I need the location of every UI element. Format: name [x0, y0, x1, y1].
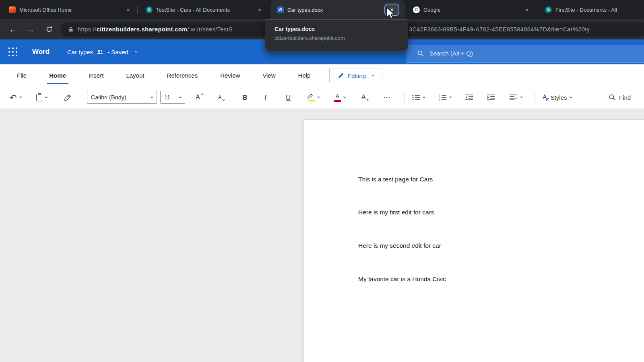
alignment-button[interactable] — [510, 86, 522, 109]
ellipsis-icon: ⋯ — [383, 94, 391, 101]
tab-testsite-cars[interactable]: S TestSite - Cars - All Documents × — [139, 0, 268, 19]
editing-mode-button[interactable]: Editing — [329, 68, 382, 83]
tab-office-home[interactable]: Microsoft Office Home × — [2, 0, 137, 19]
document-page[interactable]: This is a test page for Cars Here is my … — [304, 119, 644, 362]
styles-button[interactable]: A Styles — [543, 86, 572, 109]
menu-view[interactable]: View — [251, 64, 287, 86]
align-text-icon — [510, 94, 518, 101]
paragraph: This is a test page for Cars — [358, 176, 433, 183]
highlight-button[interactable] — [308, 86, 320, 109]
undo-button[interactable]: ↶ — [10, 86, 22, 109]
sharepoint-icon: S — [545, 6, 552, 13]
grow-font-icon: A — [196, 94, 200, 101]
menu-help[interactable]: Help — [287, 64, 322, 86]
tab-hover-card: Car types.docx citizenbuilders.sharepoin… — [265, 19, 408, 51]
increase-indent-button[interactable] — [487, 86, 495, 109]
app-launcher-icon[interactable] — [7, 46, 19, 58]
browser-window: Microsoft Office Home × S TestSite - Car… — [0, 0, 644, 362]
editing-label: Editing — [347, 72, 366, 79]
font-color-letter: A — [336, 93, 339, 99]
menu-review[interactable]: Review — [209, 64, 251, 86]
menu-references[interactable]: References — [155, 64, 209, 86]
tab-title: Google — [423, 7, 519, 13]
document-title-group: Car types - Saved — [67, 49, 137, 56]
reload-icon — [45, 26, 53, 33]
word-letter: W — [279, 8, 282, 12]
word-icon: W — [277, 6, 284, 13]
numbering-button[interactable]: 123 — [439, 86, 452, 109]
chevron-down-icon — [222, 98, 225, 101]
italic-button[interactable]: I — [264, 86, 266, 109]
find-button[interactable]: Find — [609, 86, 631, 109]
ribbon-menu-bar: File Home Insert Layout References Revie… — [0, 64, 644, 86]
chevron-down-icon[interactable] — [343, 95, 346, 98]
font-color-button[interactable]: A — [334, 86, 346, 109]
menu-layout[interactable]: Layout — [115, 64, 155, 86]
url-path: /:w:/r/sites/TestS — [187, 26, 233, 33]
decrease-indent-button[interactable] — [465, 86, 473, 109]
styles-icon: A — [543, 94, 547, 101]
tab-close-icon[interactable]: × — [255, 5, 264, 14]
chevron-up-icon — [201, 93, 204, 96]
tab-close-icon[interactable]: × — [522, 5, 531, 14]
search-input[interactable] — [429, 50, 599, 57]
more-font-options-button[interactable]: ⋯ — [383, 86, 391, 109]
undo-icon: ↶ — [10, 93, 17, 102]
font-size-select[interactable]: 11 — [160, 91, 185, 104]
paragraph: Here is my first edit for cars — [358, 209, 434, 216]
numbered-list-icon: 123 — [439, 94, 447, 101]
google-icon: G — [413, 6, 420, 13]
format-painter-icon — [64, 94, 71, 101]
url-domain: citizenbuilders.sharepoint.com — [97, 26, 188, 33]
tab-firstsite-documents[interactable]: S FirstSite - Documents - All — [539, 0, 644, 19]
sharepoint-letter: S — [547, 8, 550, 12]
tab-car-types-docx[interactable]: W Car types.docx × — [270, 0, 405, 19]
chevron-down-icon — [179, 95, 182, 98]
forward-button[interactable]: → — [23, 22, 38, 37]
bold-button[interactable]: B — [242, 86, 247, 109]
chevron-down-icon[interactable] — [520, 95, 523, 98]
document-title[interactable]: Car types — [67, 49, 93, 56]
lock-icon — [68, 27, 73, 32]
increase-indent-icon — [487, 94, 495, 101]
chevron-down-icon[interactable] — [19, 95, 22, 98]
close-icon: × — [390, 6, 394, 14]
grow-font-button[interactable]: A — [196, 86, 203, 109]
clear-formatting-x: x — [367, 97, 369, 102]
back-button[interactable]: ← — [6, 22, 20, 37]
browser-tab-bar: Microsoft Office Home × S TestSite - Car… — [0, 0, 644, 19]
menu-insert[interactable]: Insert — [77, 64, 115, 86]
chevron-down-icon[interactable] — [449, 95, 452, 98]
shrink-font-icon: A — [218, 95, 221, 100]
font-size-value: 11 — [164, 94, 176, 101]
chevron-down-icon[interactable] — [317, 95, 320, 98]
clear-formatting-button[interactable]: A x — [361, 86, 369, 109]
tab-close-button[interactable]: × — [384, 4, 399, 16]
paste-button[interactable] — [36, 86, 47, 109]
chevron-down-icon[interactable] — [423, 95, 425, 98]
chevron-down-icon[interactable] — [135, 49, 138, 52]
underline-button[interactable]: U — [286, 86, 291, 109]
reload-button[interactable] — [42, 22, 56, 37]
format-painter-button[interactable] — [64, 86, 71, 109]
bullet-list-icon — [412, 94, 420, 101]
font-color-icon: A — [334, 93, 341, 102]
chevron-down-icon[interactable] — [569, 95, 572, 98]
tab-title: Car types.docx — [287, 7, 397, 13]
menu-home[interactable]: Home — [38, 64, 77, 86]
search-box[interactable] — [407, 45, 644, 63]
word-app-name[interactable]: Word — [32, 48, 50, 56]
tab-close-icon[interactable]: × — [124, 5, 133, 14]
text-caret — [447, 275, 448, 283]
italic-icon: I — [264, 94, 266, 101]
url-text: https://citizenbuilders.sharepoint.com/:… — [78, 26, 233, 33]
tab-title: FirstSite - Documents - All — [555, 7, 644, 13]
shrink-font-button[interactable]: A — [218, 86, 225, 109]
menu-file[interactable]: File — [6, 64, 38, 86]
bullets-button[interactable] — [412, 86, 425, 109]
chevron-down-icon[interactable] — [45, 95, 47, 98]
tab-google[interactable]: G Google × — [407, 0, 535, 19]
font-name-select[interactable]: Calibri (Body) — [87, 91, 157, 104]
search-icon — [417, 50, 424, 57]
tab-title: TestSite - Cars - All Documents — [156, 7, 252, 13]
